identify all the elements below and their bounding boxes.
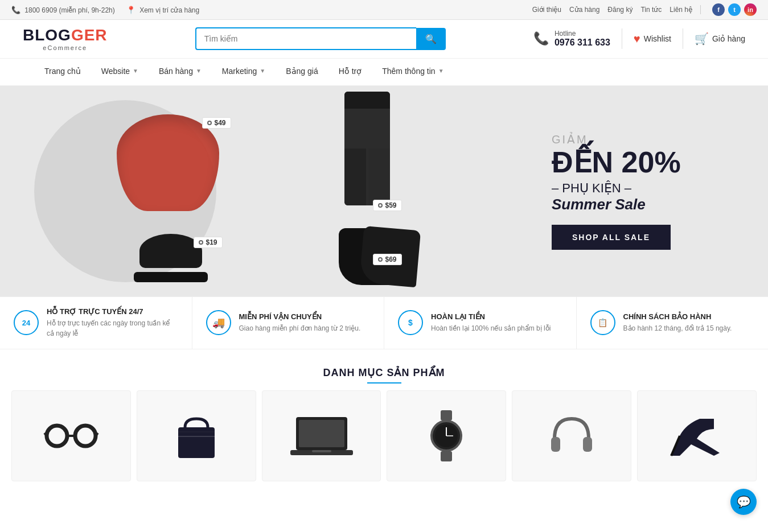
svg-rect-12 (441, 410, 452, 420)
cart-label: Giỏ hàng (712, 34, 745, 43)
top-bar: 📞 1800 6909 (miễn phí, 9h-22h) 📍 Xem vị … (0, 0, 768, 20)
support-icon: 24 (14, 310, 39, 335)
headphone-illustration (549, 413, 594, 459)
hero-banner: $49 $59 $19 $69 GIẢM ĐẾN 20% – PHỤ KIỆN … (0, 86, 768, 296)
svg-point-1 (75, 426, 96, 446)
category-laptop[interactable] (262, 390, 381, 481)
phone-info: 📞 1800 6909 (miễn phí, 9h-22h) (11, 6, 115, 14)
hotline-icon: 📞 (533, 31, 549, 46)
category-watch[interactable] (387, 390, 506, 481)
product-hat (139, 234, 202, 282)
hero-products: $49 $59 $19 $69 (71, 86, 470, 296)
product-boots (339, 211, 424, 285)
feature-shipping-title: MIỄN PHÍ VẬN CHUYỂN (239, 312, 361, 321)
wishlist-label: Wishlist (644, 34, 671, 43)
chevron-down-icon: ▼ (133, 68, 138, 74)
phone-icon: 📞 (11, 6, 20, 14)
header-divider-1 (622, 28, 622, 49)
nav-link-cua-hang[interactable]: Cửa hàng (569, 6, 599, 14)
category-sunglasses[interactable] (11, 390, 131, 481)
instagram-icon[interactable]: in (744, 3, 757, 16)
category-heels[interactable] (637, 390, 757, 481)
category-bag[interactable] (137, 390, 256, 481)
location-info[interactable]: 📍 Xem vị trí cửa hàng (126, 6, 199, 14)
hero-products-area: $49 $59 $19 $69 (0, 86, 540, 296)
feature-shipping-desc: Giao hàng miễn phí đơn hàng từ 2 triệu. (239, 323, 361, 333)
feature-warranty-text: CHÍNH SÁCH BẢO HÀNH Bảo hành 12 tháng, đ… (623, 312, 732, 333)
hotline-number: 0976 311 633 (555, 38, 610, 48)
bag-illustration (174, 410, 219, 461)
shop-all-sale-button[interactable]: SHOP ALL SALE (552, 225, 671, 250)
twitter-icon[interactable]: t (728, 3, 741, 16)
feature-shipping-text: MIỄN PHÍ VẬN CHUYỂN Giao hàng miễn phí đ… (239, 312, 361, 333)
nav-marketing[interactable]: Marketing ▼ (212, 59, 276, 85)
refund-icon: $ (398, 310, 423, 335)
header-right: 📞 Hotline 0976 311 633 ♥ Wishlist 🛒 Giỏ … (533, 28, 745, 49)
category-headphone[interactable] (512, 390, 631, 481)
facebook-icon[interactable]: f (712, 3, 725, 16)
svg-rect-9 (299, 420, 344, 447)
header-divider-2 (683, 28, 683, 49)
feature-support-title: HỖ TRỢ TRỰC TUYẾN 24/7 (47, 307, 178, 316)
price-tag-59: $59 (373, 200, 402, 211)
feature-warranty: 📋 CHÍNH SÁCH BẢO HÀNH Bảo hành 12 tháng,… (577, 297, 769, 349)
heels-illustration (668, 413, 725, 459)
logo[interactable]: BLOGGER eCommerce (23, 27, 108, 51)
cart-icon: 🛒 (695, 32, 709, 46)
price-tag-19: $19 (194, 237, 223, 248)
nav-link-dang-ky[interactable]: Đăng ký (607, 6, 633, 14)
feature-shipping: 🚚 MIỄN PHÍ VẬN CHUYỂN Giao hàng miễn phí… (192, 297, 385, 349)
svg-rect-18 (551, 437, 560, 452)
categories-grid (11, 390, 757, 481)
feature-warranty-desc: Bảo hành 12 tháng, đổi trả 15 ngày. (623, 323, 732, 333)
feature-refund-text: HOÀN LẠI TIỀN Hoàn tiền lại 100% nếu sản… (431, 312, 551, 333)
feature-support-text: HỖ TRỢ TRỰC TUYẾN 24/7 Hỗ trợ trực tuyến… (47, 307, 178, 339)
wishlist-section[interactable]: ♥ Wishlist (634, 32, 671, 46)
laptop-illustration (290, 414, 353, 457)
price-tag-69: $69 (373, 254, 402, 265)
chevron-down-icon: ▼ (260, 68, 265, 74)
nav-bar: Trang chủ Website ▼ Bán hàng ▼ Marketing… (0, 59, 768, 86)
product-jeans (344, 92, 390, 205)
watch-illustration (429, 410, 463, 461)
categories-section: DANH MỤC SẢN PHẨM (0, 349, 768, 493)
search-input[interactable] (195, 27, 416, 50)
feature-support: 24 HỖ TRỢ TRỰC TUYẾN 24/7 Hỗ trợ trực tu… (0, 297, 192, 349)
nav-them-thong-tin[interactable]: Thêm thông tin ▼ (372, 59, 454, 85)
feature-support-desc: Hỗ trợ trực tuyến các ngày trong tuần kể… (47, 318, 178, 339)
top-bar-right: Giới thiệu Cửa hàng Đăng ký Tin tức Liên… (532, 3, 757, 16)
logo-sub: eCommerce (23, 44, 108, 51)
svg-rect-13 (441, 451, 452, 461)
nav-bang-gia[interactable]: Bảng giá (276, 59, 328, 85)
nav-ho-tro[interactable]: Hỗ trợ (328, 59, 372, 85)
search-bar: 🔍 (195, 27, 446, 50)
header: BLOGGER eCommerce 🔍 📞 Hotline 0976 311 6… (0, 20, 768, 59)
features-bar: 24 HỖ TRỢ TRỰC TUYẾN 24/7 Hỗ trợ trực tu… (0, 296, 768, 349)
location-icon: 📍 (126, 6, 135, 14)
feature-refund-title: HOÀN LẠI TIỀN (431, 312, 551, 321)
nav-link-gioi-thieu[interactable]: Giới thiệu (532, 6, 561, 14)
top-bar-left: 📞 1800 6909 (miễn phí, 9h-22h) 📍 Xem vị … (11, 6, 199, 14)
logo-main: BLOGGER (23, 27, 108, 44)
nav-ban-hang[interactable]: Bán hàng ▼ (149, 59, 212, 85)
search-button[interactable]: 🔍 (416, 28, 446, 50)
nav-link-tin-tuc[interactable]: Tin tức (640, 6, 662, 14)
feature-warranty-title: CHÍNH SÁCH BẢO HÀNH (623, 312, 732, 321)
chevron-down-icon: ▼ (196, 68, 202, 74)
social-icons: f t in (712, 3, 757, 16)
hotline-info: Hotline 0976 311 633 (555, 30, 610, 48)
cart-section[interactable]: 🛒 Giỏ hàng (695, 32, 745, 46)
product-sweater (117, 114, 219, 211)
nav-trang-chu[interactable]: Trang chủ (34, 59, 91, 85)
nav-link-lien-he[interactable]: Liên hệ (670, 6, 692, 14)
hero-sale-italic: Summer Sale (552, 196, 740, 213)
hero-sale-percent: ĐẾN 20% (552, 146, 740, 179)
warranty-icon: 📋 (590, 310, 615, 335)
nav-website[interactable]: Website ▼ (91, 59, 149, 85)
hero-sale-desc: – PHỤ KIỆN – (552, 181, 740, 196)
feature-refund: $ HOÀN LẠI TIỀN Hoàn tiền lại 100% nếu s… (384, 297, 577, 349)
chevron-down-icon: ▼ (438, 68, 444, 74)
hotline-section: 📞 Hotline 0976 311 633 (533, 30, 610, 48)
heart-icon: ♥ (634, 32, 640, 46)
hotline-label: Hotline (555, 30, 610, 38)
